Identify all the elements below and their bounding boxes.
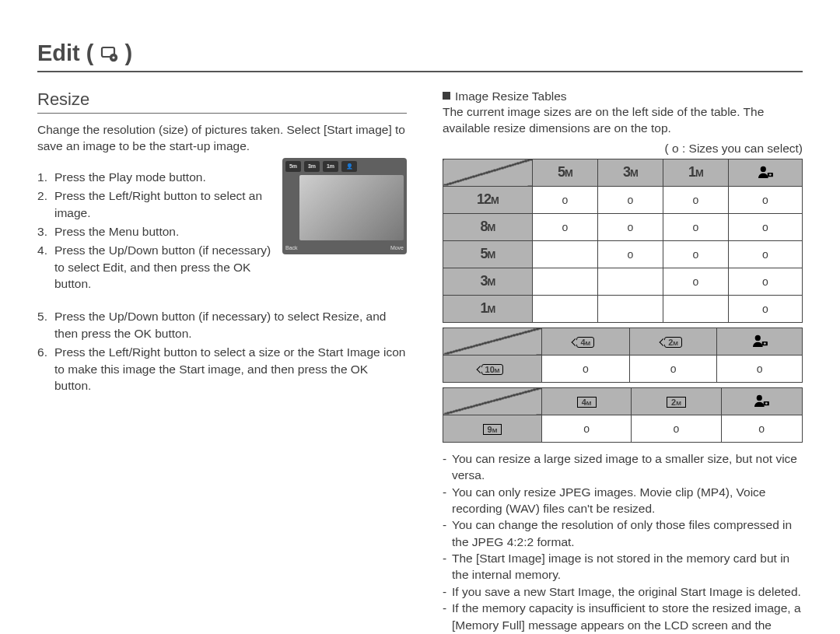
cell: o xyxy=(597,186,663,213)
cell xyxy=(533,268,598,295)
resize-table-2: 4M 2M 10M o o o xyxy=(443,328,803,383)
step-2: Press the Left/Right button to select an… xyxy=(37,187,275,221)
cell: o xyxy=(533,186,598,213)
cell: o xyxy=(728,295,802,322)
cell xyxy=(597,295,663,322)
bullet-square-icon xyxy=(443,92,450,100)
col-2m-wide: 2M xyxy=(629,328,717,355)
col-5m: 5M xyxy=(533,159,598,186)
resize-heading: Resize xyxy=(37,89,407,114)
svg-point-5 xyxy=(769,173,772,176)
page-title: Edit ( ) xyxy=(37,40,803,72)
step-3: Press the Menu button. xyxy=(37,223,275,240)
thumb-chip-person: 👤 xyxy=(341,161,357,172)
row-3m: 3M xyxy=(443,268,533,295)
resize-intro: Change the resolution (size) of pictures… xyxy=(37,121,407,155)
camera-lcd-thumbnail: 5m 3m 1m 👤 Back Move xyxy=(282,158,407,254)
col-4m: 4M xyxy=(542,387,632,415)
tables-legend: ( o : Sizes you can select) xyxy=(443,142,803,156)
cell: o xyxy=(542,415,632,442)
note: If the memory capacity is insufficient t… xyxy=(452,600,803,634)
step-4: Press the Up/Down button (if necessary) … xyxy=(37,242,275,292)
tables-heading-text: Image Resize Tables xyxy=(455,89,567,103)
cell: o xyxy=(542,355,630,382)
cell: o xyxy=(728,240,802,268)
row-10m-wide: 10M xyxy=(443,355,542,382)
diag-cell xyxy=(443,159,533,186)
row-8m: 8M xyxy=(443,213,533,240)
diag-cell xyxy=(443,387,542,415)
cell xyxy=(663,295,728,322)
svg-point-11 xyxy=(765,402,768,405)
thumb-chip: 1m xyxy=(323,161,338,172)
thumb-move-label: Move xyxy=(390,245,404,250)
thumb-chip: 3m xyxy=(304,161,320,172)
col-2m: 2M xyxy=(632,387,721,415)
cell: o xyxy=(721,415,802,442)
col-start-image xyxy=(717,328,803,355)
note: If you save a new Start Image, the origi… xyxy=(452,583,801,600)
diag-cell xyxy=(443,328,542,355)
note: The [Start Image] image is not stored in… xyxy=(452,550,803,583)
steps-list-cont: Press the Up/Down button (if necessary) … xyxy=(37,308,407,394)
cell: o xyxy=(717,355,803,382)
note: You can only resize JPEG images. Movie c… xyxy=(452,484,803,517)
cell: o xyxy=(597,240,663,268)
row-1m: 1M xyxy=(443,295,533,322)
step-1: Press the Play mode button. xyxy=(37,169,275,185)
cell: o xyxy=(728,268,802,295)
svg-point-6 xyxy=(754,335,760,341)
page-title-close: ) xyxy=(125,40,133,66)
steps-list: Press the Play mode button. Press the Le… xyxy=(37,169,275,295)
row-9m: 9M xyxy=(443,415,542,442)
cell: o xyxy=(663,240,728,268)
cell: o xyxy=(728,186,802,213)
cell xyxy=(533,295,598,322)
note: You can change the resolution of only th… xyxy=(452,517,803,550)
row-5m: 5M xyxy=(443,240,533,268)
svg-point-3 xyxy=(761,166,766,172)
tables-desc: The current image sizes are on the left … xyxy=(443,103,803,137)
cell: o xyxy=(663,213,728,240)
cell: o xyxy=(728,213,802,240)
resize-table-3: 4M 2M 9M o o o xyxy=(443,387,803,443)
cell xyxy=(533,240,598,268)
row-12m: 12M xyxy=(443,186,533,213)
step-5: Press the Up/Down button (if necessary) … xyxy=(37,308,407,342)
thumb-chip: 5m xyxy=(285,161,301,172)
edit-gear-icon xyxy=(100,44,119,63)
note: You can resize a large sized image to a … xyxy=(452,450,803,484)
thumb-back-label: Back xyxy=(285,245,298,250)
step-6: Press the Left/Right button to select a … xyxy=(37,344,407,394)
svg-point-8 xyxy=(764,342,766,345)
svg-point-9 xyxy=(757,395,762,401)
svg-point-2 xyxy=(112,56,114,58)
start-image-icon xyxy=(757,165,774,180)
cell xyxy=(597,268,663,295)
cell: o xyxy=(663,268,728,295)
cell: o xyxy=(629,355,717,382)
start-image-icon xyxy=(751,334,768,349)
cell: o xyxy=(597,213,663,240)
page-title-text: Edit ( xyxy=(37,40,94,66)
tables-heading: Image Resize Tables xyxy=(443,89,803,103)
col-3m: 3M xyxy=(597,159,663,186)
cell: o xyxy=(632,415,721,442)
col-start-image xyxy=(721,387,802,415)
col-4m-wide: 4M xyxy=(542,328,630,355)
cell: o xyxy=(663,186,728,213)
thumb-photo xyxy=(299,175,404,240)
resize-table-1: 5M 3M 1M 12M o o o o 8M o o xyxy=(443,159,803,323)
notes-list: -You can resize a large sized image to a… xyxy=(443,450,803,634)
start-image-icon xyxy=(753,394,770,408)
col-1m: 1M xyxy=(663,159,728,186)
cell: o xyxy=(533,213,598,240)
col-start-image xyxy=(728,159,802,186)
